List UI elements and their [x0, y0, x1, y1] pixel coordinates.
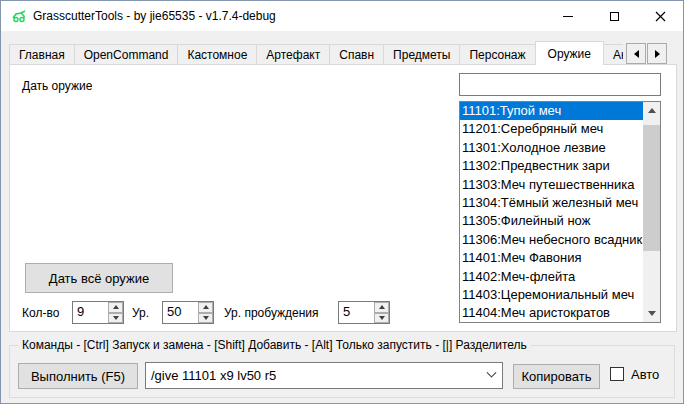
tab-scroll-left-button[interactable]	[626, 43, 646, 64]
weapon-filter-input[interactable]	[459, 73, 661, 96]
arrow-up-icon	[113, 305, 119, 309]
maximize-icon	[610, 12, 619, 21]
run-command-button[interactable]: Выполнить (F5)	[18, 363, 138, 389]
weapon-list-item[interactable]: 11303:Меч путешественника	[460, 176, 643, 194]
arrow-up-icon	[648, 108, 656, 113]
refinement-stepper[interactable]: 5	[338, 301, 390, 324]
count-down-button[interactable]	[108, 313, 123, 324]
scroll-up-button[interactable]	[643, 102, 660, 119]
window-title: GrasscutterTools - by jie65535 - v1.7.4-…	[33, 1, 276, 31]
give-weapon-label: Дать оружие	[22, 79, 92, 93]
level-stepper[interactable]: 50	[162, 301, 214, 324]
command-text: /give 11101 x9 lv50 r5	[146, 368, 480, 383]
app-window: GrasscutterTools - by jie65535 - v1.7.4-…	[0, 0, 684, 404]
chevron-down-icon	[486, 368, 496, 378]
tab-account[interactable]: Аккаунт	[603, 44, 623, 65]
weapon-list-item[interactable]: 11301:Холодное лезвие	[460, 139, 643, 157]
arrow-down-icon	[113, 316, 119, 320]
command-combobox[interactable]: /give 11101 x9 lv50 r5	[145, 362, 503, 389]
copy-command-button[interactable]: Копировать	[513, 364, 600, 389]
tab-scroll-right-button[interactable]	[647, 43, 667, 64]
combo-dropdown-button[interactable]	[480, 372, 502, 379]
level-down-button[interactable]	[198, 313, 213, 324]
list-scrollbar[interactable]	[643, 102, 660, 322]
scrollbar-thumb[interactable]	[643, 125, 660, 251]
close-button[interactable]	[637, 1, 683, 31]
weapon-list-item[interactable]: 11201:Серебряный меч	[460, 120, 643, 138]
minimize-icon	[563, 16, 573, 17]
close-icon	[655, 11, 666, 22]
scroll-down-button[interactable]	[643, 305, 660, 322]
tab-opencommand[interactable]: OpenCommand	[74, 44, 179, 65]
arrow-down-icon	[648, 311, 656, 316]
tab-custom[interactable]: Кастомное	[177, 44, 257, 65]
give-all-weapons-button[interactable]: Дать всё оружие	[25, 263, 173, 293]
weapon-tab-page: Дать оружие 11101:Тупой меч 11201:Серебр…	[9, 64, 677, 332]
title-bar: GrasscutterTools - by jie65535 - v1.7.4-…	[1, 1, 683, 31]
app-logo-icon	[11, 8, 27, 24]
arrow-up-icon	[203, 305, 209, 309]
weapon-list-item[interactable]: 11401:Меч Фавония	[460, 249, 643, 267]
commands-legend: Команды - [Ctrl] Запуск и замена - [Shif…	[18, 338, 531, 352]
level-up-button[interactable]	[198, 302, 213, 313]
tab-spawn[interactable]: Спавн	[329, 44, 384, 65]
arrow-down-icon	[379, 316, 385, 320]
refinement-label: Ур. пробуждения	[224, 306, 319, 320]
arrow-down-icon	[203, 316, 209, 320]
commands-groupbox: Команды - [Ctrl] Запуск и замена - [Shif…	[9, 345, 675, 398]
tabs-container: Главная OpenCommand Кастомное Артефакт С…	[9, 41, 623, 65]
weapon-list-item[interactable]: 11404:Меч аристократов	[460, 304, 643, 322]
count-value: 9	[73, 302, 108, 323]
arrow-left-icon	[634, 50, 639, 58]
weapon-listbox: 11101:Тупой меч 11201:Серебряный меч 113…	[459, 101, 661, 323]
level-label: Ур.	[132, 306, 149, 320]
weapon-list-item[interactable]: 11101:Тупой меч	[460, 102, 643, 120]
weapon-list-items: 11101:Тупой меч 11201:Серебряный меч 113…	[460, 102, 643, 322]
maximize-button[interactable]	[591, 1, 637, 31]
tab-strip: Главная OpenCommand Кастомное Артефакт С…	[9, 41, 677, 65]
auto-checkbox-label: Авто	[631, 367, 659, 382]
refinement-value: 5	[339, 302, 374, 323]
refinement-up-button[interactable]	[374, 302, 389, 313]
arrow-right-icon	[655, 50, 660, 58]
minimize-button[interactable]	[545, 1, 591, 31]
level-value: 50	[163, 302, 198, 323]
weapon-list-item[interactable]: 11403:Церемониальный меч	[460, 286, 643, 304]
tab-main[interactable]: Главная	[9, 44, 75, 65]
tab-items[interactable]: Предметы	[383, 44, 460, 65]
weapon-list-item[interactable]: 11302:Предвестник зари	[460, 157, 643, 175]
count-up-button[interactable]	[108, 302, 123, 313]
weapon-list-item[interactable]: 11306:Меч небесного всадника	[460, 231, 643, 249]
arrow-up-icon	[379, 305, 385, 309]
tab-artifact[interactable]: Артефакт	[256, 44, 330, 65]
weapon-list-item[interactable]: 11304:Тёмный железный меч	[460, 194, 643, 212]
tab-character[interactable]: Персонаж	[459, 44, 535, 65]
weapon-list-item[interactable]: 11305:Филейный нож	[460, 212, 643, 230]
refinement-down-button[interactable]	[374, 313, 389, 324]
auto-checkbox[interactable]	[610, 367, 624, 381]
tab-weapon[interactable]: Оружие	[535, 41, 604, 65]
count-label: Кол-во	[22, 306, 59, 320]
weapon-list-item[interactable]: 11402:Меч-флейта	[460, 268, 643, 286]
count-stepper[interactable]: 9	[72, 301, 124, 324]
